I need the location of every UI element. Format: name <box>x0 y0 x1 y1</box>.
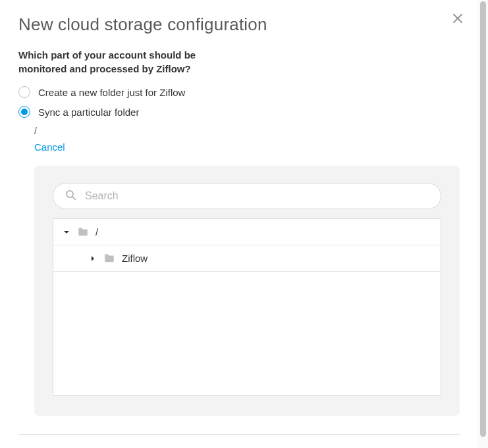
chevron-down-icon[interactable] <box>63 228 70 236</box>
folder-icon <box>77 226 89 238</box>
option-create-folder[interactable]: Create a new folder just for Ziflow <box>18 86 460 98</box>
tree-root-label: / <box>95 226 98 237</box>
tree-child-row[interactable]: Ziflow <box>53 245 441 272</box>
cancel-button[interactable]: Cancel <box>34 141 65 153</box>
folder-picker-panel: / Ziflow <box>34 166 460 416</box>
tree-root-row[interactable]: / <box>53 219 441 245</box>
radio-icon <box>18 106 30 118</box>
option-sync-folder-label: Sync a particular folder <box>38 107 139 118</box>
svg-line-3 <box>72 197 75 199</box>
radio-icon <box>18 86 30 98</box>
footer-divider <box>18 434 460 435</box>
dialog-title: New cloud storage configuration <box>18 14 460 35</box>
folder-icon <box>103 253 115 264</box>
option-sync-folder[interactable]: Sync a particular folder <box>18 106 460 118</box>
radio-dot-icon <box>21 109 28 115</box>
chevron-right-icon[interactable] <box>89 255 97 262</box>
option-create-folder-label: Create a new folder just for Ziflow <box>38 87 185 98</box>
search-input[interactable] <box>84 189 429 203</box>
close-button[interactable] <box>452 11 468 26</box>
close-icon <box>452 13 468 24</box>
search-field-wrap[interactable] <box>53 183 441 209</box>
selected-path: / <box>34 126 460 136</box>
folder-tree: / Ziflow <box>53 218 441 396</box>
monitor-question: Which part of your account should be mon… <box>18 48 229 76</box>
vertical-scrollbar[interactable] <box>478 0 488 448</box>
search-icon <box>65 189 76 203</box>
tree-child-label: Ziflow <box>122 253 148 264</box>
